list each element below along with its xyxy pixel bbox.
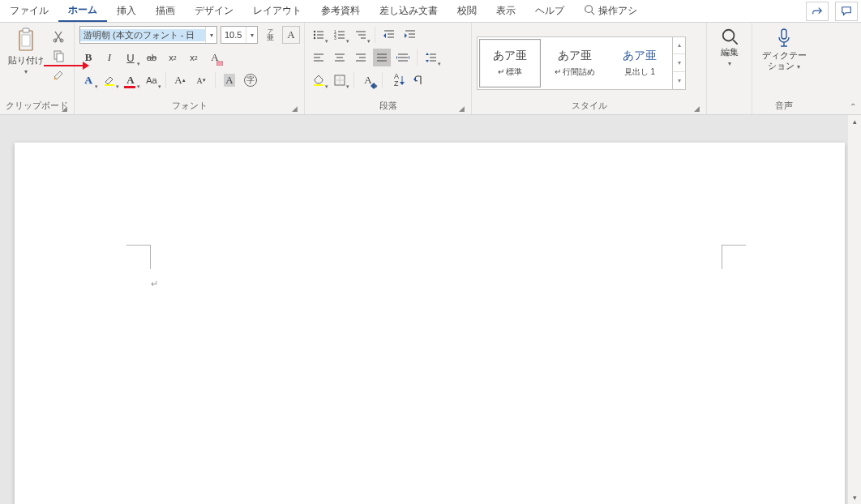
group-font: 游明朝 (本文のフォント - 日▾ 10.5▾ ア亜 A B I U▾ ab x… xyxy=(75,23,305,114)
document-page[interactable]: ↵ xyxy=(15,143,845,504)
style-heading1[interactable]: あア亜 見出し 1 xyxy=(609,39,670,88)
styles-launcher[interactable]: ◢ xyxy=(694,105,700,113)
borders-button[interactable]: ▾ xyxy=(331,71,349,89)
svg-marker-31 xyxy=(383,33,386,38)
font-name-combo[interactable]: 游明朝 (本文のフォント - 日▾ xyxy=(79,26,217,44)
tell-me-search[interactable]: 操作アシ xyxy=(574,0,647,22)
tab-references[interactable]: 参考資料 xyxy=(311,0,370,22)
styles-gallery-scroll[interactable]: ▴ ▾ ▾ xyxy=(672,37,685,89)
tab-mailings[interactable]: 差し込み文書 xyxy=(370,0,448,22)
bullets-button[interactable]: ▾ xyxy=(310,26,328,44)
svg-rect-3 xyxy=(23,28,29,32)
group-voice: ディクテーション ▾ 音声 xyxy=(752,23,816,114)
superscript-button[interactable]: x2 xyxy=(185,49,203,66)
gallery-more-icon[interactable]: ▾ xyxy=(673,72,685,89)
cut-button[interactable] xyxy=(50,29,66,44)
highlight-button[interactable]: ▾ xyxy=(101,71,118,89)
share-button[interactable] xyxy=(806,2,829,21)
svg-marker-35 xyxy=(405,33,407,38)
justify-button[interactable] xyxy=(373,49,391,66)
align-left-button[interactable] xyxy=(310,49,328,66)
svg-marker-56 xyxy=(426,53,429,55)
sort-button[interactable]: AZ xyxy=(388,71,405,89)
italic-button[interactable]: I xyxy=(101,49,118,66)
menu-tabs: ファイル ホーム 挿入 描画 デザイン レイアウト 参考資料 差し込み文書 校閲… xyxy=(0,0,861,23)
tab-file[interactable]: ファイル xyxy=(0,0,58,22)
change-case-button[interactable]: Aa▾ xyxy=(143,71,161,89)
svg-point-13 xyxy=(314,31,315,32)
gallery-down-icon[interactable]: ▾ xyxy=(673,54,685,72)
paragraph-launcher[interactable]: ◢ xyxy=(459,105,465,113)
collapse-ribbon-button[interactable]: ⌃ xyxy=(850,102,856,111)
style-no-spacing[interactable]: あア亜 ↵ 行間詰め xyxy=(544,39,606,88)
svg-point-15 xyxy=(314,37,315,39)
find-icon xyxy=(721,28,739,45)
line-spacing-button[interactable]: ▾ xyxy=(422,49,440,66)
font-color-button[interactable]: A▾ xyxy=(122,71,139,89)
font-size-combo[interactable]: 10.5▾ xyxy=(221,26,258,44)
clear-formatting-button[interactable]: A xyxy=(206,49,224,66)
subscript-button[interactable]: x2 xyxy=(164,49,182,66)
numbering-button[interactable]: 123▾ xyxy=(331,26,349,44)
svg-point-14 xyxy=(314,34,315,36)
font-launcher[interactable]: ◢ xyxy=(292,105,298,113)
svg-line-68 xyxy=(733,40,738,45)
svg-rect-58 xyxy=(314,84,323,86)
copy-button[interactable] xyxy=(50,49,66,63)
align-right-button[interactable] xyxy=(352,49,370,66)
vertical-scrollbar[interactable]: ▴ ▾ xyxy=(848,115,861,504)
style-normal[interactable]: あア亜 ↵ 標準 xyxy=(479,39,541,88)
align-center-button[interactable] xyxy=(331,49,349,66)
svg-text:3: 3 xyxy=(334,36,336,41)
character-shading-button[interactable]: A xyxy=(221,71,238,89)
gallery-up-icon[interactable]: ▴ xyxy=(673,37,685,55)
scroll-up-icon[interactable]: ▴ xyxy=(848,115,861,128)
paragraph-mark: ↵ xyxy=(151,279,158,289)
format-painter-button[interactable] xyxy=(50,68,66,83)
tab-view[interactable]: 表示 xyxy=(486,0,525,22)
tab-insert[interactable]: 挿入 xyxy=(107,0,146,22)
shading-button[interactable]: ▾ xyxy=(310,71,328,89)
editing-button[interactable]: 編集▾ xyxy=(718,26,742,70)
svg-rect-8 xyxy=(57,53,63,62)
tab-draw[interactable]: 描画 xyxy=(146,0,185,22)
grow-font-button[interactable]: A▴ xyxy=(171,71,189,89)
bold-button[interactable]: B xyxy=(79,49,97,66)
svg-marker-57 xyxy=(426,60,429,62)
tab-design[interactable]: デザイン xyxy=(185,0,243,22)
clipboard-paste-icon xyxy=(15,28,37,53)
phonetic-guide-button[interactable]: ア亜 xyxy=(261,26,279,44)
scroll-down-icon[interactable]: ▾ xyxy=(848,491,861,504)
text-direction-button[interactable]: A▾ xyxy=(359,71,377,89)
margin-corner-top-left xyxy=(126,245,151,269)
document-workarea: ↵ xyxy=(0,115,861,504)
comments-button[interactable] xyxy=(835,2,858,21)
shrink-font-button[interactable]: A▾ xyxy=(192,71,210,89)
tab-layout[interactable]: レイアウト xyxy=(243,0,311,22)
styles-gallery[interactable]: あア亜 ↵ 標準 あア亜 ↵ 行間詰め あア亜 見出し 1 ▴ ▾ ▾ xyxy=(477,36,686,90)
svg-marker-65 xyxy=(400,82,405,85)
increase-indent-button[interactable] xyxy=(401,26,419,44)
show-marks-button[interactable] xyxy=(409,71,426,89)
svg-marker-62 xyxy=(371,83,374,89)
svg-rect-11 xyxy=(216,62,223,66)
strikethrough-button[interactable]: ab xyxy=(143,49,161,66)
decrease-indent-button[interactable] xyxy=(380,26,398,44)
dictation-button[interactable]: ディクテーション ▾ xyxy=(757,26,811,73)
tab-home[interactable]: ホーム xyxy=(58,0,107,22)
enclose-characters-button[interactable]: 字 xyxy=(242,71,259,89)
ribbon: 貼り付け▾ クリップボード◢ 游明朝 (本文のフォント - 日▾ 10 xyxy=(0,23,861,115)
tell-me-label: 操作アシ xyxy=(598,4,637,18)
distributed-button[interactable] xyxy=(394,49,412,66)
svg-marker-51 xyxy=(396,56,397,59)
text-effects-button[interactable]: A▾ xyxy=(79,71,97,89)
tab-review[interactable]: 校閲 xyxy=(448,0,486,22)
character-border-button[interactable]: A xyxy=(282,26,300,44)
group-styles: あア亜 ↵ 標準 あア亜 ↵ 行間詰め あア亜 見出し 1 ▴ ▾ ▾ スタイル… xyxy=(472,23,707,114)
tab-help[interactable]: ヘルプ xyxy=(525,0,574,22)
paste-button[interactable]: 貼り付け▾ xyxy=(5,26,47,78)
multilevel-list-button[interactable]: ▾ xyxy=(352,26,370,44)
clipboard-launcher[interactable]: ◢ xyxy=(62,105,67,113)
svg-marker-66 xyxy=(413,77,416,82)
underline-button[interactable]: U▾ xyxy=(122,49,139,66)
